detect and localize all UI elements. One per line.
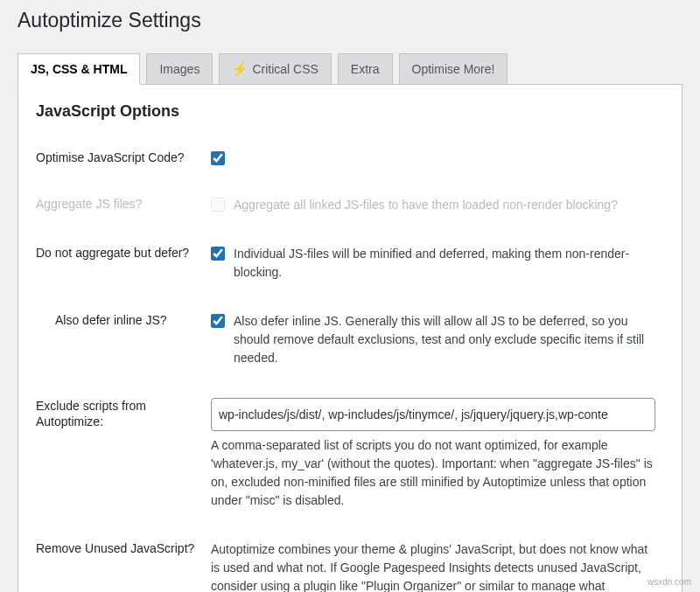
option-label: Optimise JavaScript Code? [36,136,211,183]
option-label: Exclude scripts from Autoptimize: [36,385,211,527]
exclude-scripts-input[interactable] [211,398,655,431]
defer-not-aggregate-checkbox[interactable] [211,247,225,261]
tab-label: JS, CSS & HTML [31,62,127,76]
tab-label: Images [159,62,200,76]
option-defer-inline: Also defer inline JS? Also defer inline … [36,299,664,385]
tab-images[interactable]: Images [146,53,213,84]
option-remove-unused: Remove Unused JavaScript? Autoptimize co… [36,527,664,592]
option-desc: Autoptimize combines your theme & plugin… [211,540,655,592]
tab-label: Critical CSS [252,62,318,76]
aggregate-js-checkbox [211,198,225,212]
tab-label: Extra [351,62,380,76]
bolt-icon: ⚡ [232,61,248,77]
page-title: Autoptimize Settings [0,0,700,38]
option-label: Aggregate JS files? [36,183,211,232]
option-exclude-scripts: Exclude scripts from Autoptimize: A comm… [36,385,664,527]
watermark: wsxdn.com [648,577,691,587]
option-desc: Aggregate all linked JS-files to have th… [234,196,655,214]
option-defer-not-aggregate: Do not aggregate but defer? Individual J… [36,232,664,299]
option-label: Also defer inline JS? [36,299,211,385]
defer-inline-checkbox[interactable] [211,314,225,328]
tab-js-css-html[interactable]: JS, CSS & HTML [18,53,140,85]
tab-label: Optimise More! [412,62,495,76]
section-title: JavaScript Options [36,102,664,121]
option-optimise-js: Optimise JavaScript Code? [36,136,664,183]
option-desc: Also defer inline JS. Generally this wil… [234,312,655,367]
option-aggregate-js: Aggregate JS files? Aggregate all linked… [36,183,664,232]
option-desc: Individual JS-files will be minified and… [234,245,655,282]
tab-extra[interactable]: Extra [338,53,393,84]
option-desc: A comma-separated list of scripts you do… [211,436,655,510]
option-label: Remove Unused JavaScript? [36,527,211,592]
tab-critical-css[interactable]: ⚡ Critical CSS [219,53,331,84]
options-table: Optimise JavaScript Code? Aggregate JS f… [36,136,664,592]
optimise-js-checkbox[interactable] [211,151,225,165]
tabs: JS, CSS & HTML Images ⚡ Critical CSS Ext… [0,53,700,84]
settings-panel: JavaScript Options Optimise JavaScript C… [18,84,682,592]
tab-optimise-more[interactable]: Optimise More! [399,53,508,84]
option-label: Do not aggregate but defer? [36,232,211,299]
